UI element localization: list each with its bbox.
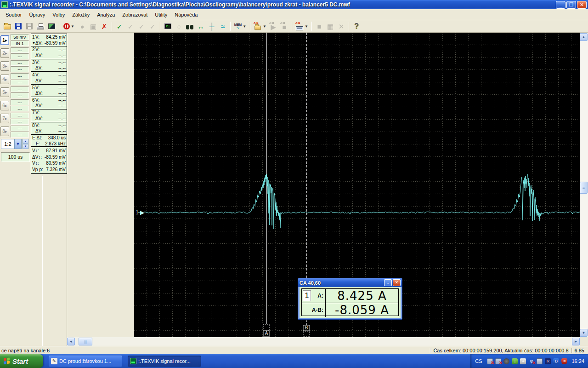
menu-item-analza[interactable]: Analýza <box>93 11 119 19</box>
search-button[interactable] <box>184 21 195 32</box>
spin-down-icon[interactable]: ▼ <box>23 144 28 149</box>
channel-3-button[interactable]: 3▸ <box>0 61 9 71</box>
recovery-tool-icon[interactable]: R <box>544 358 551 365</box>
vscroll-thumb[interactable] <box>580 182 588 194</box>
volume-icon[interactable] <box>503 358 510 365</box>
cursors-button[interactable]: ┼ <box>206 21 217 32</box>
macro-open-button[interactable]: A:B▼ <box>252 21 268 32</box>
measurement-channel-5: 5V:--.--ΔV:--.-- <box>31 85 67 97</box>
export-image-button[interactable] <box>46 21 57 32</box>
menu-item-zloky[interactable]: Záložky <box>68 11 93 19</box>
display-mode-button[interactable] <box>162 21 173 32</box>
help-icon: ? <box>354 23 359 30</box>
channel-4-button[interactable]: 4▸ <box>0 75 9 84</box>
toolbar-separator <box>59 22 59 31</box>
meas-ch-num: 3 <box>32 60 35 66</box>
language-indicator[interactable]: CS <box>475 358 482 364</box>
channel-1-range[interactable]: 50 mV <box>11 34 29 40</box>
open-file-button[interactable] <box>2 21 13 32</box>
window-titlebar[interactable]: :.TEXVIK signal recorder - C:\Documents … <box>0 0 588 9</box>
channel-6-input[interactable]: --- <box>11 106 29 112</box>
meter-collapse-button[interactable]: ⌄ <box>384 279 392 286</box>
taskbar-clock[interactable]: 16:24 <box>571 358 584 364</box>
hscroll-track[interactable] <box>75 338 572 345</box>
stat-value: 87.91 mV <box>39 148 66 154</box>
channel-1-button[interactable]: 1▸ <box>0 35 9 45</box>
channel-8-button[interactable]: 8▸ <box>0 126 9 136</box>
menu-item-pravy[interactable]: Úpravy <box>25 11 49 19</box>
channel-8-input[interactable]: --- <box>11 132 29 138</box>
update-icon[interactable]: ↓ <box>511 358 518 365</box>
display-settings-icon[interactable] <box>536 358 543 365</box>
menu-item-soubor[interactable]: Soubor <box>2 11 25 19</box>
macro-panel-button[interactable]: A:B▼ <box>294 21 310 32</box>
scroll-down-icon[interactable]: ▼ <box>580 329 588 337</box>
channel-4-range[interactable]: --- <box>11 73 29 79</box>
channel-5-input[interactable]: --- <box>11 92 29 98</box>
channel-8-range[interactable]: --- <box>11 126 29 132</box>
channel-2-range[interactable]: --- <box>11 47 29 53</box>
security-alert-icon[interactable]: ✕ <box>561 358 568 365</box>
record-button: ● <box>77 21 88 32</box>
ratio-spinner[interactable]: ▲▼ <box>23 139 28 149</box>
channel-5-button[interactable]: 5▸ <box>0 87 9 97</box>
task-button-2[interactable]: :.TEXVIK signal recor... <box>128 356 201 367</box>
channel-5-range[interactable]: --- <box>11 86 29 92</box>
menu-item-zobrazovat[interactable]: Zobrazovat <box>119 11 151 19</box>
channel-4-input[interactable]: --- <box>11 80 29 86</box>
minimize-button[interactable]: _ <box>556 1 565 9</box>
channel-6-button[interactable]: 6▸ <box>0 101 9 110</box>
menu-item-utility[interactable]: Utility <box>151 11 171 19</box>
network-offline-2-icon[interactable]: ✕ <box>495 358 502 365</box>
channel-3-input[interactable]: --- <box>11 66 29 72</box>
channel-2-button[interactable]: 2▸ <box>0 48 9 58</box>
offline-x-icon: ✕ <box>532 361 536 365</box>
accept-button[interactable]: ✓ <box>114 21 125 32</box>
channel-1-marker[interactable]: 1 ▶ <box>136 209 145 216</box>
dropdown-caret-icon: ▼ <box>263 24 266 29</box>
delete-record-button[interactable]: ✗ <box>99 21 110 32</box>
restore-button[interactable]: ❐ <box>566 1 576 9</box>
vertical-scrollbar[interactable]: ▲ ▼ <box>580 33 588 337</box>
scroll-right-icon[interactable]: ► <box>572 338 580 345</box>
ratio-value[interactable]: 1:2 <box>1 139 15 149</box>
channel-7-range[interactable]: --- <box>11 113 29 119</box>
memory-button[interactable]: MEM∿▼ <box>232 21 248 32</box>
print-button[interactable] <box>35 21 46 32</box>
wave-icon: ≈ <box>221 23 225 30</box>
spin-up-icon[interactable]: ▲ <box>23 139 28 144</box>
meas-dv-label: ΔV: <box>35 40 43 46</box>
channel-2-input[interactable]: --- <box>11 53 29 59</box>
channel-6-range[interactable]: --- <box>11 99 29 105</box>
meas-ch-num: 5 <box>32 85 35 91</box>
timebase-box[interactable]: 100 us <box>1 152 30 162</box>
meas-v-value: --.-- <box>40 123 66 129</box>
menu-item-npovda[interactable]: Nápověda <box>171 11 201 19</box>
horizontal-scrollbar[interactable]: ◄ ► <box>67 337 580 346</box>
ratio-dropdown-button[interactable]: ▼ <box>15 139 22 149</box>
start-button[interactable]: Start <box>0 354 43 368</box>
channel-1-input[interactable]: IN 1 <box>11 40 29 46</box>
task-button-1[interactable]: ✎DC proud žárovkou 1... <box>49 356 122 367</box>
scroll-up-icon[interactable]: ▲ <box>580 33 588 41</box>
hscroll-thumb[interactable] <box>79 338 92 345</box>
check-icon: ✓ <box>128 23 134 30</box>
meter-close-button[interactable]: ✕ <box>393 279 401 286</box>
pointer-device-icon[interactable]: ⌖ <box>520 358 526 365</box>
scroll-left-icon[interactable]: ◄ <box>67 338 75 345</box>
bluetooth-icon[interactable]: B <box>553 358 560 365</box>
meter-window[interactable]: CA 40,60 ⌄ ✕ 1 A: 8.425 A A-B: -8.059 A <box>298 278 402 320</box>
help-button[interactable]: ? <box>351 21 362 32</box>
wireless-off-icon[interactable]: ψ✕ <box>528 358 535 365</box>
network-offline-icon[interactable]: ✕ <box>486 358 493 365</box>
save-file-button[interactable] <box>13 21 24 32</box>
channel-7-button[interactable]: 7▸ <box>0 114 9 123</box>
close-button[interactable]: ✕ <box>577 1 587 9</box>
stop-record-button[interactable]: ▼ <box>61 21 77 32</box>
fit-horizontal-button[interactable]: ↔ <box>195 21 206 32</box>
channel-7-input[interactable]: --- <box>11 119 29 125</box>
cursor-wave-button[interactable]: ≈ <box>217 21 228 32</box>
menu-item-volby[interactable]: Volby <box>49 11 68 19</box>
channel-3-range[interactable]: --- <box>11 60 29 66</box>
meter-titlebar[interactable]: CA 40,60 ⌄ ✕ <box>298 278 402 287</box>
